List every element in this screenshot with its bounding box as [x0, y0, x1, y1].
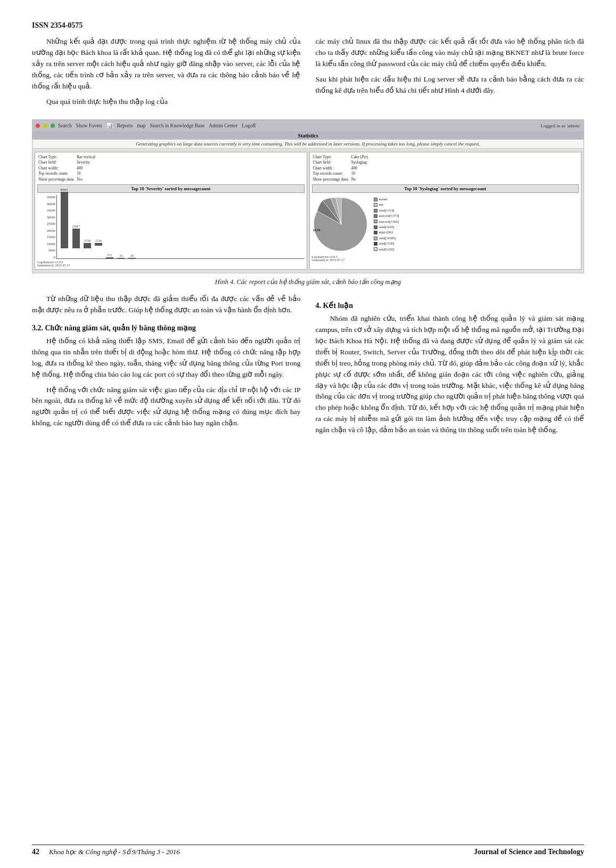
- legend-box-anacron1373: [374, 214, 377, 218]
- legend-label-sshd1226: sshd[1226]: [379, 247, 395, 252]
- bar-33: 33: [117, 254, 125, 258]
- y-label-5000: 5000: [37, 248, 55, 252]
- legend-box-sshd1418: [374, 225, 377, 229]
- legend-label-kernel: kernel: [379, 197, 388, 202]
- legend-sshd1226: sshd[1226]: [374, 247, 399, 252]
- bar-571: 571: [106, 254, 113, 258]
- nav-statistics[interactable]: 📊: [106, 123, 113, 128]
- legend-init: init: [374, 202, 399, 207]
- footer-bar: 42 Khoa học & Công nghệ - Số 9/Tháng 3 -…: [32, 845, 584, 856]
- bar-3759: 3759: [84, 239, 91, 258]
- footer-left: 42 Khoa học & Công nghệ - Số 9/Tháng 3 -…: [32, 848, 180, 856]
- chart-severity-panel: Chart Type:Bar vertical Chart field:Seve…: [35, 152, 307, 270]
- nav-kb[interactable]: Search in Knowledge Base: [150, 123, 205, 128]
- bottom-left-intro: Từ những dữ liệu thu thập được đã giảm t…: [32, 294, 301, 316]
- legend-label-sshd1338: sshd[1338]: [379, 241, 395, 246]
- chart-severity-meta: Chart Type:Bar vertical Chart field:Seve…: [37, 155, 305, 183]
- legend-anacron1373: anacron[1373]: [374, 213, 399, 218]
- pie-chart-svg: [312, 195, 371, 254]
- nav-reports[interactable]: Reports: [117, 123, 133, 128]
- col-right: các máy chủ linux đã thu thập được các k…: [316, 36, 585, 112]
- footer-page-number: 42: [32, 848, 39, 856]
- y-label-30000: 30000: [37, 215, 55, 219]
- figure-warning: Generating graphics on large data source…: [32, 140, 584, 149]
- legend-box-sshd24385: [374, 237, 377, 240]
- legend-sshd1418: sshd[1418]: [374, 224, 399, 230]
- y-label-10000: 10000: [37, 242, 55, 246]
- intro-section: Những kết quả đạt được trong quá trình t…: [32, 36, 584, 112]
- left-para-2: Qua quá trình thực hiện thu thập log của: [32, 96, 301, 108]
- chart-syslogtag-panel: Chart Type:Cake (Pie) Chart field:Syslog…: [309, 152, 582, 270]
- y-label-0: 0: [37, 255, 55, 259]
- y-label-35000: 35000: [37, 208, 55, 212]
- section-3-2-title: 3.2. Chức năng giám sát, quản lý băng th…: [32, 323, 301, 332]
- legend-sshd24385: sshd[24385]: [374, 236, 399, 241]
- y-label-15000: 15000: [37, 235, 55, 239]
- figure-4-caption: Hình 4. Các report của hệ thống giám sát…: [32, 278, 584, 286]
- pie-value-label: 1379: [313, 228, 321, 232]
- legend-box-ntpd: [374, 231, 377, 234]
- legend-box-sshd1314: [374, 209, 377, 213]
- chart-severity-footer: LogAnalyzer v3.6.5Generated at: 2015-07-…: [37, 261, 305, 267]
- figure-toolbar: Search Show Favets 📊 Reports map Search …: [32, 120, 584, 132]
- issn-label: ISSN 2354-0575: [32, 21, 584, 30]
- legend-label-init: init: [379, 202, 384, 207]
- right-para-2: Sau khi phát hiện các dấu hiệu thì Log s…: [316, 74, 585, 96]
- toolbar-dot-yellow: [43, 124, 47, 128]
- pie-area: 1379 kernel init sshd[1314: [312, 195, 579, 254]
- legend-label-sshd24385: sshd[24385]: [379, 236, 396, 241]
- footer-journal-vn: Khoa học & Công nghệ - Số 9/Tháng 3 - 20…: [49, 848, 180, 856]
- chart-syslogtag-meta: Chart Type:Cake (Pie) Chart field:Syslog…: [312, 155, 579, 183]
- legend-label-sshd1418: sshd[1418]: [379, 224, 395, 230]
- nav-favets[interactable]: Show Favets: [76, 123, 102, 128]
- section-4-para-1: Nhóm đã nghiên cứu, triển khai thành côn…: [316, 313, 585, 436]
- section-3-2-para-2: Hệ thống với chức năng giám sát việc gia…: [32, 385, 301, 429]
- toolbar-dot-red: [36, 124, 40, 128]
- bar-chart-area: 40061 13817 3759: [56, 195, 305, 259]
- chart-severity-title: Top 10 'Severity' sorted by messagecount: [37, 184, 305, 193]
- legend-box-anacron1362: [374, 220, 377, 223]
- figure-page-title: Statistics: [32, 132, 584, 140]
- y-label-45000: 45000: [37, 195, 55, 199]
- bottom-section: Từ những dữ liệu thu thập được đã giảm t…: [32, 294, 584, 440]
- legend-kernel: kernel: [374, 197, 399, 202]
- bar-13817: 13817: [72, 225, 80, 258]
- nav-search[interactable]: Search: [58, 123, 72, 128]
- legend-box-sshd1338: [374, 242, 377, 246]
- bottom-col-right: 4. Kết luận Nhóm đã nghiên cứu, triển kh…: [316, 294, 585, 440]
- nav-logoff[interactable]: Logoff: [242, 123, 256, 128]
- nav-map[interactable]: map: [137, 123, 145, 128]
- nav-admin[interactable]: Admin Center: [209, 123, 237, 128]
- legend-box-init: [374, 203, 377, 207]
- charts-row: Chart Type:Bar vertical Chart field:Seve…: [32, 149, 584, 273]
- footer-journal-en: Journal of Science and Technology: [474, 848, 584, 856]
- section-4-title: 4. Kết luận: [316, 301, 585, 310]
- bar-25: 25: [128, 254, 136, 258]
- toolbar-dot-green: [51, 124, 55, 128]
- legend-sshd1314: sshd[1314]: [374, 208, 399, 213]
- y-label-20000: 20000: [37, 229, 55, 232]
- bar-1720: 1720: [95, 239, 102, 258]
- legend-anacron1362: anacron[1362]: [374, 219, 399, 224]
- legend-box-kernel: [374, 198, 377, 201]
- legend-ntpd: ntpd-2063: [374, 230, 399, 235]
- y-label-40000: 40000: [37, 202, 55, 206]
- legend-sshd1338: sshd[1338]: [374, 241, 399, 246]
- bar-40061: 40061: [60, 188, 68, 258]
- col-left: Những kết quả đạt được trong quá trình t…: [32, 36, 301, 112]
- bottom-col-left: Từ những dữ liệu thu thập được đã giảm t…: [32, 294, 301, 440]
- pie-legend: kernel init sshd[1314] anacron[1373: [374, 197, 399, 252]
- section-3-2-para-1: Hệ thống có khả năng thiết lập SMS, Emai…: [32, 336, 301, 380]
- left-para-1: Những kết quả đạt được trong quá trình t…: [32, 36, 301, 92]
- y-label-25000: 25000: [37, 222, 55, 225]
- right-para-1: các máy chủ linux đã thu thập được các k…: [316, 36, 585, 70]
- toolbar-logged: Logged in as 'admin': [541, 123, 580, 128]
- legend-label-anacron1362: anacron[1362]: [379, 219, 399, 224]
- figure-4-container: Search Show Favets 📊 Reports map Search …: [32, 119, 584, 274]
- legend-label-sshd1314: sshd[1314]: [379, 208, 395, 213]
- chart-syslogtag-footer: LogAnalyzer v3.6.5Generated at: 2015-07-…: [312, 255, 579, 262]
- toolbar-nav: Search Show Favets 📊 Reports map Search …: [58, 123, 538, 128]
- legend-label-ntpd: ntpd-2063: [379, 230, 393, 235]
- legend-label-anacron1373: anacron[1373]: [379, 213, 399, 218]
- legend-box-sshd1226: [374, 247, 377, 251]
